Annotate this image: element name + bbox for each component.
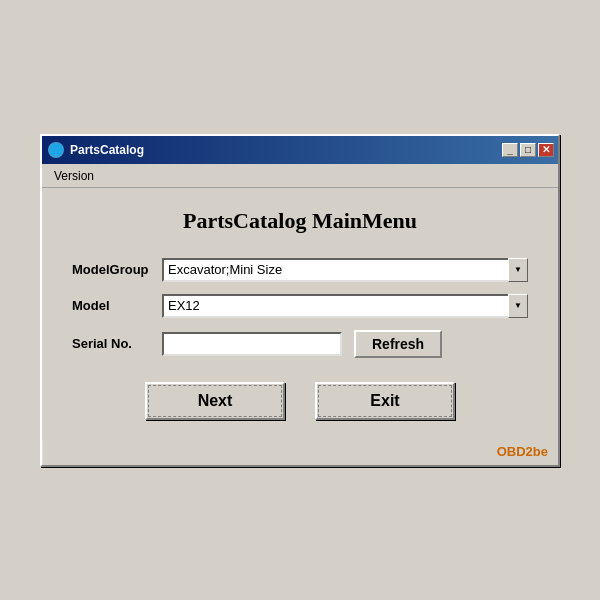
app-icon: 🌐 [48, 142, 64, 158]
content-area: PartsCatalog MainMenu ModelGroup Excavat… [42, 188, 558, 440]
model-group-label: ModelGroup [72, 262, 162, 277]
maximize-button[interactable]: □ [520, 143, 536, 157]
title-bar-buttons: _ □ ✕ [502, 143, 554, 157]
button-row: Next Exit [72, 382, 528, 420]
window-title: PartsCatalog [70, 143, 144, 157]
watermark-text: OBD2be [497, 444, 548, 459]
close-button[interactable]: ✕ [538, 143, 554, 157]
model-select-wrapper: EX12 ▼ [162, 294, 528, 318]
title-bar-left: 🌐 PartsCatalog [48, 142, 144, 158]
page-title: PartsCatalog MainMenu [72, 208, 528, 234]
serial-no-row: Serial No. Refresh [72, 330, 528, 358]
serial-no-input[interactable] [162, 332, 342, 356]
title-bar: 🌐 PartsCatalog _ □ ✕ [42, 136, 558, 164]
minimize-button[interactable]: _ [502, 143, 518, 157]
model-control: EX12 ▼ [162, 294, 528, 318]
model-label: Model [72, 298, 162, 313]
model-group-select[interactable]: Excavator;Mini Size [162, 258, 528, 282]
serial-no-label: Serial No. [72, 336, 162, 351]
menu-bar: Version [42, 164, 558, 188]
refresh-button[interactable]: Refresh [354, 330, 442, 358]
main-window: 🌐 PartsCatalog _ □ ✕ Version PartsCatalo… [40, 134, 560, 467]
model-group-control: Excavator;Mini Size ▼ [162, 258, 528, 282]
model-row: Model EX12 ▼ [72, 294, 528, 318]
next-button[interactable]: Next [145, 382, 285, 420]
model-group-row: ModelGroup Excavator;Mini Size ▼ [72, 258, 528, 282]
version-menu[interactable]: Version [48, 167, 100, 185]
model-group-select-wrapper: Excavator;Mini Size ▼ [162, 258, 528, 282]
model-select[interactable]: EX12 [162, 294, 528, 318]
serial-no-control: Refresh [162, 330, 528, 358]
watermark-area: OBD2be [42, 440, 558, 465]
exit-button[interactable]: Exit [315, 382, 455, 420]
